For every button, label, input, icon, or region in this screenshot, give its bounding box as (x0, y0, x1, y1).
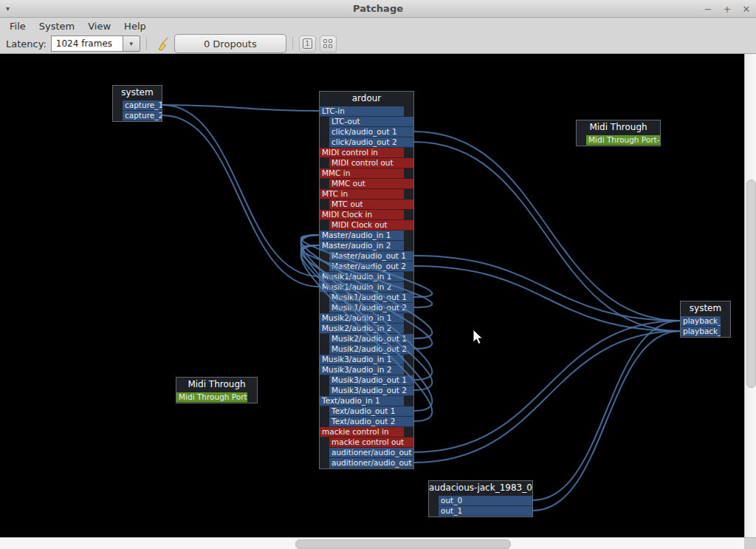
broom-icon (157, 37, 170, 51)
port-mtc-out[interactable]: MTC out (329, 200, 413, 210)
menubar: FileSystemViewHelp (0, 18, 756, 34)
zoom-normal-icon: 1 (303, 38, 312, 49)
toolbar-separator (292, 37, 293, 50)
module-title[interactable]: system (681, 301, 730, 316)
vertical-scrollbar[interactable] (744, 54, 756, 537)
module-midi-through-right[interactable]: Midi ThroughMidi Through Port-0 (576, 120, 661, 146)
port-auditioner-audio-out-2[interactable]: auditioner/audio_out 2 (329, 458, 413, 468)
port-mtc-in[interactable]: MTC in (320, 189, 404, 200)
module-audacious[interactable]: audacious-jack_1983_000out_0out_1 (428, 480, 533, 517)
port-out-1[interactable]: out_1 (439, 506, 532, 516)
zoom-fit-icon (323, 39, 332, 48)
port-master-audio-in-1[interactable]: Master/audio_in 1 (320, 231, 404, 241)
port-musik3-audio-in-2[interactable]: Musik3/audio_in 2 (320, 365, 404, 375)
port-click-audio-out-2[interactable]: click/audio_out 2 (329, 137, 413, 148)
chevron-down-icon: ▾ (130, 40, 134, 47)
port-capture-1[interactable]: capture_1 (123, 100, 162, 111)
port-master-audio-out-2[interactable]: Master/audio_out 2 (329, 262, 413, 272)
module-title[interactable]: Midi Through (176, 378, 257, 392)
scrollbar-corner (744, 537, 756, 549)
combo-dropdown-button[interactable]: ▾ (123, 35, 140, 52)
port-capture-2[interactable]: capture_2 (123, 111, 162, 121)
dropouts-button[interactable]: 0 Dropouts (174, 34, 286, 53)
menu-help[interactable]: Help (117, 19, 153, 33)
port-mackie-control-in[interactable]: mackie control in (320, 427, 404, 437)
toolbar-separator (146, 37, 147, 50)
latency-combo[interactable]: 1024 frames ▾ (51, 35, 140, 52)
port-master-audio-out-1[interactable]: Master/audio_out 1 (329, 251, 413, 262)
latency-value[interactable]: 1024 frames (51, 35, 123, 52)
port-out-0[interactable]: out_0 (439, 496, 532, 506)
patchbay-canvas[interactable]: systemcapture_1capture_2ardourLTC-inLTC-… (0, 54, 744, 537)
port-mackie-control-out[interactable]: mackie control out (329, 437, 413, 448)
latency-label: Latency: (6, 38, 47, 50)
menu-file[interactable]: File (3, 19, 32, 33)
horizontal-scrollbar[interactable] (0, 537, 744, 549)
port-text-audio-in-1[interactable]: Text/audio_in 1 (320, 396, 404, 406)
port-auditioner-audio-out-1[interactable]: auditioner/audio_out 1 (329, 448, 413, 458)
module-title[interactable]: system (113, 86, 162, 100)
module-title[interactable]: Midi Through (577, 120, 660, 135)
menu-view[interactable]: View (81, 19, 117, 33)
port-text-audio-out-2[interactable]: Text/audio_out 2 (329, 417, 413, 427)
port-mmc-in[interactable]: MMC in (320, 168, 404, 179)
toolbar: Latency: 1024 frames ▾ 0 Dropouts 1 (0, 34, 756, 54)
port-text-audio-out-1[interactable]: Text/audio_out 1 (329, 406, 413, 417)
port-midi-control-out[interactable]: MIDI control out (329, 158, 413, 168)
module-title[interactable]: audacious-jack_1983_000 (429, 481, 532, 496)
port-click-audio-out-1[interactable]: click/audio_out 1 (329, 127, 413, 137)
menu-system[interactable]: System (32, 19, 81, 33)
zoom-normal-button[interactable]: 1 (299, 35, 316, 52)
module-midi-through-left[interactable]: Midi ThroughMidi Through Port-0 (176, 377, 258, 403)
zoom-fit-button[interactable] (320, 35, 337, 52)
port-musik3-audio-out-2[interactable]: Musik3/audio_out 2 (329, 386, 413, 396)
port-ltc-out[interactable]: LTC-out (329, 117, 413, 127)
window-title: Patchage (0, 3, 756, 14)
port-midi-clock-in[interactable]: MIDI Clock in (320, 210, 404, 220)
port-mmc-out[interactable]: MMC out (329, 179, 413, 189)
minimize-button[interactable]: − (703, 4, 713, 15)
port-midi-through-port-0[interactable]: Midi Through Port-0 (586, 135, 660, 146)
vertical-scrollbar-thumb[interactable] (746, 180, 756, 388)
close-button[interactable]: ✕ (741, 4, 752, 15)
window-controls: − + ✕ (703, 0, 752, 18)
maximize-button[interactable]: + (722, 4, 732, 15)
port-midi-control-in[interactable]: MIDI control in (320, 148, 404, 158)
port-playback-1[interactable]: playback_1 (681, 316, 721, 327)
port-midi-through-port-0[interactable]: Midi Through Port-0 (176, 392, 247, 403)
module-title[interactable]: ardour (320, 92, 413, 106)
module-system-right[interactable]: systemplayback_1playback_2 (680, 301, 731, 338)
port-musik3-audio-out-1[interactable]: Musik3/audio_out 1 (329, 375, 413, 386)
port-master-audio-in-2[interactable]: Master/audio_in 2 (320, 241, 404, 251)
port-midi-clock-out[interactable]: MIDI Clock out (329, 220, 413, 231)
clear-dropouts-button[interactable] (157, 37, 170, 51)
port-playback-2[interactable]: playback_2 (681, 327, 721, 337)
horizontal-scrollbar-thumb[interactable] (295, 539, 511, 549)
port-ltc-in[interactable]: LTC-in (320, 106, 404, 117)
titlebar: ▾ Patchage − + ✕ (0, 0, 756, 18)
module-system-left[interactable]: systemcapture_1capture_2 (112, 85, 162, 122)
